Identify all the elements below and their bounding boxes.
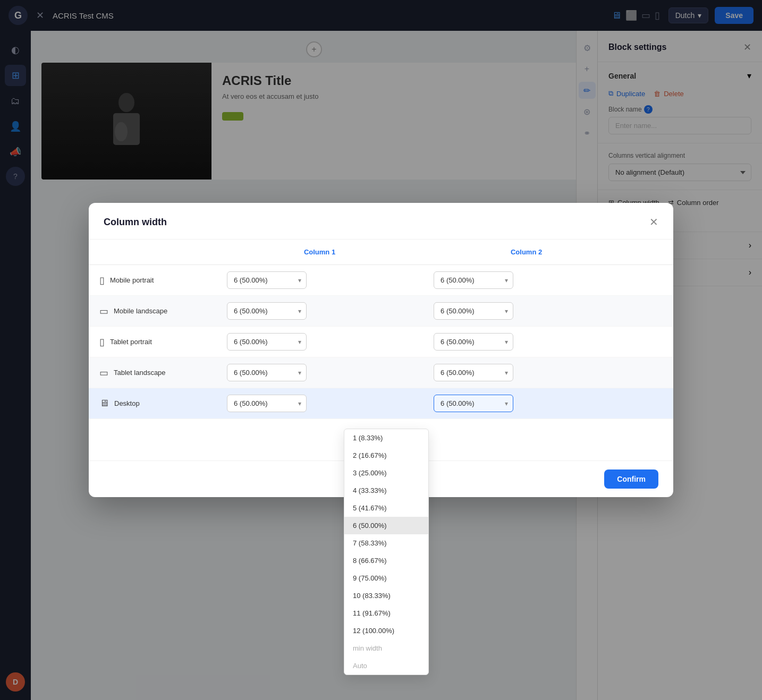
dropdown-item[interactable]: 10 (83.33%) bbox=[344, 587, 428, 604]
mobile-landscape-icon: ▭ bbox=[99, 305, 108, 317]
col1-select-wrapper: 6 (50.00%) ▾ bbox=[227, 333, 307, 351]
col2-select[interactable]: 6 (50.00%) bbox=[434, 302, 513, 320]
device-cell: ▯ Mobile portrait bbox=[99, 275, 206, 286]
dropdown-item[interactable]: 7 (58.33%) bbox=[344, 534, 428, 552]
device-cell: ▭ Mobile landscape bbox=[99, 305, 206, 317]
modal-title: Column width bbox=[104, 217, 167, 238]
col2-select[interactable]: 6 (50.00%) bbox=[434, 395, 513, 412]
device-cell: ▭ Tablet landscape bbox=[99, 367, 206, 379]
table-row: 🖥 Desktop 6 (50.00%) ▾ 6 (50.00%) ▾ bbox=[89, 388, 673, 419]
col2-select[interactable]: 6 (50.00%) bbox=[434, 333, 513, 351]
extra-column-header bbox=[630, 240, 673, 265]
dropdown-item[interactable]: 9 (75.00%) bbox=[344, 569, 428, 587]
modal-close-button[interactable]: ✕ bbox=[649, 216, 658, 239]
device-label: Mobile portrait bbox=[110, 276, 154, 284]
dropdown-item[interactable]: 11 (91.67%) bbox=[344, 604, 428, 622]
col1-select[interactable]: 6 (50.00%) bbox=[227, 333, 307, 351]
col2-select-wrapper: 6 (50.00%) ▾ bbox=[434, 364, 513, 381]
col1-select[interactable]: 6 (50.00%) bbox=[227, 302, 307, 320]
device-label: Tablet landscape bbox=[114, 369, 166, 377]
dropdown-item[interactable]: 3 (25.00%) bbox=[344, 464, 428, 482]
dropdown-item[interactable]: 4 (33.33%) bbox=[344, 482, 428, 499]
col2-select-wrapper: 6 (50.00%) ▾ bbox=[434, 333, 513, 351]
device-label: Desktop bbox=[114, 399, 140, 407]
col1-select[interactable]: 6 (50.00%) bbox=[227, 271, 307, 289]
col1-select-wrapper: 6 (50.00%) ▾ bbox=[227, 364, 307, 381]
col1-select[interactable]: 6 (50.00%) bbox=[227, 395, 307, 412]
col1-select-wrapper: 6 (50.00%) ▾ bbox=[227, 302, 307, 320]
modal-overlay: Column width ✕ Column 1 Column 2 ▯ Mobil… bbox=[0, 0, 762, 700]
table-row: ▯ Tablet portrait 6 (50.00%) ▾ 6 (50.00%… bbox=[89, 327, 673, 357]
col2-select-wrapper: 6 (50.00%) ▾ bbox=[434, 302, 513, 320]
dropdown-item[interactable]: min width bbox=[344, 639, 428, 657]
dropdown-item[interactable]: 1 (8.33%) bbox=[344, 429, 428, 447]
tablet-portrait-icon: ▯ bbox=[99, 336, 105, 348]
col1-header: Column 1 bbox=[216, 240, 423, 265]
device-label: Mobile landscape bbox=[114, 307, 167, 315]
dropdown-item[interactable]: 5 (41.67%) bbox=[344, 499, 428, 517]
tablet-landscape-icon: ▭ bbox=[99, 367, 108, 379]
col2-select-wrapper: 6 (50.00%) ▾ bbox=[434, 395, 513, 412]
device-column-header bbox=[89, 240, 216, 265]
device-label: Tablet portrait bbox=[110, 338, 152, 346]
col1-select-wrapper: 6 (50.00%) ▾ bbox=[227, 271, 307, 289]
device-cell: ▯ Tablet portrait bbox=[99, 336, 206, 348]
col2-dropdown-menu[interactable]: 1 (8.33%)2 (16.67%)3 (25.00%)4 (33.33%)5… bbox=[344, 429, 429, 675]
confirm-button[interactable]: Confirm bbox=[604, 469, 658, 489]
device-cell: 🖥 Desktop bbox=[99, 398, 206, 409]
col2-select[interactable]: 6 (50.00%) bbox=[434, 271, 513, 289]
col2-select[interactable]: 6 (50.00%) bbox=[434, 364, 513, 381]
table-row: ▭ Tablet landscape 6 (50.00%) ▾ 6 (50.00… bbox=[89, 357, 673, 388]
desktop-icon: 🖥 bbox=[99, 398, 109, 409]
table-row: ▯ Mobile portrait 6 (50.00%) ▾ 6 (50.00%… bbox=[89, 265, 673, 296]
dropdown-item[interactable]: 6 (50.00%) bbox=[344, 517, 428, 534]
dropdown-item[interactable]: 12 (100.00%) bbox=[344, 622, 428, 639]
col1-select-wrapper: 6 (50.00%) ▾ bbox=[227, 395, 307, 412]
col1-select[interactable]: 6 (50.00%) bbox=[227, 364, 307, 381]
mobile-portrait-icon: ▯ bbox=[99, 275, 105, 286]
dropdown-item[interactable]: 2 (16.67%) bbox=[344, 447, 428, 464]
dropdown-item[interactable]: Auto bbox=[344, 657, 428, 675]
col2-select-wrapper: 6 (50.00%) ▾ bbox=[434, 271, 513, 289]
dropdown-item[interactable]: 8 (66.67%) bbox=[344, 552, 428, 569]
modal-header: Column width ✕ bbox=[89, 203, 673, 240]
col2-header: Column 2 bbox=[423, 240, 630, 265]
column-width-modal: Column width ✕ Column 1 Column 2 ▯ Mobil… bbox=[89, 203, 673, 497]
column-width-table: Column 1 Column 2 ▯ Mobile portrait 6 (5… bbox=[89, 240, 673, 419]
table-row: ▭ Mobile landscape 6 (50.00%) ▾ 6 (50.00… bbox=[89, 296, 673, 327]
